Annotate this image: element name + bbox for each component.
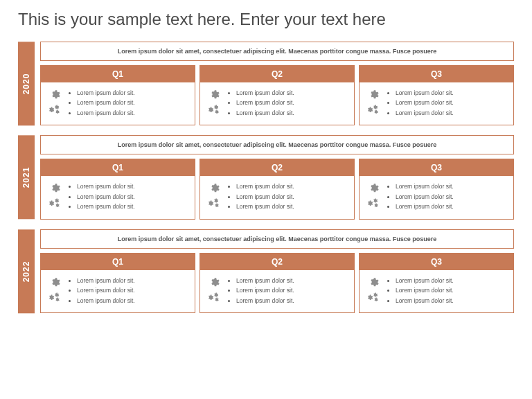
bullet-item: Lorem ipsum dolor sit.	[396, 181, 509, 191]
quarter-header: Q3	[360, 66, 513, 82]
quarter-body: Lorem ipsum dolor sit.Lorem ipsum dolor …	[200, 270, 354, 312]
bullet-item: Lorem ipsum dolor sit.	[77, 296, 190, 305]
year-block: 2020Lorem ipsum dolor sit amet, consecte…	[18, 42, 514, 125]
quarter-header: Q2	[200, 254, 354, 270]
quarter-body: Lorem ipsum dolor sit.Lorem ipsum dolor …	[41, 176, 195, 218]
quarter-cell: Q1 Lorem ipsum dolor sit.Lorem ipsum dol…	[40, 253, 195, 313]
quarter-body: Lorem ipsum dolor sit.Lorem ipsum dolor …	[360, 270, 513, 312]
year-summary: Lorem ipsum dolor sit amet, consectetuer…	[40, 135, 514, 154]
quarter-body: Lorem ipsum dolor sit.Lorem ipsum dolor …	[200, 176, 354, 218]
bullet-item: Lorem ipsum dolor sit.	[77, 88, 190, 98]
bullet-item: Lorem ipsum dolor sit.	[236, 98, 350, 107]
year-block: 2022Lorem ipsum dolor sit amet, consecte…	[18, 229, 514, 313]
quarter-body: Lorem ipsum dolor sit.Lorem ipsum dolor …	[41, 270, 195, 312]
bullet-list: Lorem ipsum dolor sit.Lorem ipsum dolor …	[74, 88, 190, 118]
bullet-item: Lorem ipsum dolor sit.	[396, 276, 509, 285]
bullet-item: Lorem ipsum dolor sit.	[77, 192, 190, 202]
icon-column	[364, 181, 383, 209]
year-tab: 2020	[18, 42, 35, 125]
icon-column	[45, 181, 64, 209]
bullet-item: Lorem ipsum dolor sit.	[396, 108, 509, 118]
gears-icon	[48, 104, 62, 115]
bullet-list: Lorem ipsum dolor sit.Lorem ipsum dolor …	[393, 88, 509, 118]
quarter-header: Q1	[41, 159, 195, 176]
gears-icon	[207, 104, 221, 115]
quarter-header: Q2	[200, 159, 354, 176]
year-block: 2021Lorem ipsum dolor sit amet, consecte…	[18, 135, 514, 219]
bullet-list: Lorem ipsum dolor sit.Lorem ipsum dolor …	[393, 276, 509, 305]
bullet-list: Lorem ipsum dolor sit.Lorem ipsum dolor …	[233, 88, 350, 118]
gear-icon	[209, 183, 220, 193]
quarter-cell: Q2 Lorem ipsum dolor sit.Lorem ipsum dol…	[200, 253, 355, 313]
quarters-row: Q1 Lorem ipsum dolor sit.Lorem ipsum dol…	[40, 253, 514, 313]
bullet-item: Lorem ipsum dolor sit.	[236, 285, 350, 295]
bullet-list: Lorem ipsum dolor sit.Lorem ipsum dolor …	[74, 181, 190, 211]
quarter-body: Lorem ipsum dolor sit.Lorem ipsum dolor …	[200, 82, 354, 125]
bullet-item: Lorem ipsum dolor sit.	[77, 108, 190, 118]
gear-icon	[369, 277, 379, 287]
bullet-item: Lorem ipsum dolor sit.	[77, 181, 190, 191]
year-tab: 2021	[18, 135, 35, 219]
bullet-list: Lorem ipsum dolor sit.Lorem ipsum dolor …	[233, 276, 350, 305]
year-content: Lorem ipsum dolor sit amet, consectetuer…	[40, 229, 514, 313]
bullet-item: Lorem ipsum dolor sit.	[236, 296, 350, 305]
bullet-item: Lorem ipsum dolor sit.	[396, 296, 509, 305]
bullet-item: Lorem ipsum dolor sit.	[396, 202, 509, 211]
quarters-row: Q1 Lorem ipsum dolor sit.Lorem ipsum dol…	[40, 65, 514, 125]
bullet-item: Lorem ipsum dolor sit.	[396, 192, 509, 202]
gears-icon	[366, 104, 380, 115]
bullet-item: Lorem ipsum dolor sit.	[236, 88, 350, 98]
gear-icon	[50, 89, 60, 100]
icon-column	[45, 276, 64, 303]
bullet-item: Lorem ipsum dolor sit.	[236, 108, 350, 118]
quarter-cell: Q1 Lorem ipsum dolor sit.Lorem ipsum dol…	[40, 159, 195, 219]
quarters-row: Q1 Lorem ipsum dolor sit.Lorem ipsum dol…	[40, 159, 514, 219]
gears-icon	[366, 197, 380, 209]
gears-icon	[48, 197, 62, 209]
bullet-item: Lorem ipsum dolor sit.	[77, 285, 190, 295]
bullet-item: Lorem ipsum dolor sit.	[77, 202, 190, 211]
gears-icon	[366, 292, 380, 303]
gear-icon	[50, 183, 60, 193]
year-content: Lorem ipsum dolor sit amet, consectetuer…	[40, 135, 514, 219]
bullet-item: Lorem ipsum dolor sit.	[396, 88, 509, 98]
gear-icon	[209, 277, 220, 287]
bullet-item: Lorem ipsum dolor sit.	[77, 98, 190, 107]
bullet-item: Lorem ipsum dolor sit.	[236, 202, 350, 211]
year-summary: Lorem ipsum dolor sit amet, consectetuer…	[40, 229, 514, 249]
bullet-item: Lorem ipsum dolor sit.	[236, 192, 350, 202]
icon-column	[204, 88, 224, 115]
icon-column	[45, 88, 64, 115]
quarter-body: Lorem ipsum dolor sit.Lorem ipsum dolor …	[360, 82, 513, 125]
quarter-body: Lorem ipsum dolor sit.Lorem ipsum dolor …	[360, 176, 513, 218]
gear-icon	[369, 89, 379, 100]
quarter-cell: Q3 Lorem ipsum dolor sit.Lorem ipsum dol…	[359, 253, 514, 313]
page-title: This is your sample text here. Enter you…	[18, 10, 514, 29]
bullet-item: Lorem ipsum dolor sit.	[236, 181, 350, 191]
icon-column	[364, 88, 383, 115]
year-tab: 2022	[18, 229, 35, 313]
icon-column	[364, 276, 383, 303]
gears-icon	[207, 292, 221, 303]
bullet-list: Lorem ipsum dolor sit.Lorem ipsum dolor …	[233, 181, 350, 211]
quarter-header: Q3	[360, 159, 513, 176]
icon-column	[204, 276, 224, 303]
gear-icon	[209, 89, 220, 100]
quarter-body: Lorem ipsum dolor sit.Lorem ipsum dolor …	[41, 82, 195, 125]
bullet-item: Lorem ipsum dolor sit.	[396, 98, 509, 107]
quarter-header: Q1	[41, 254, 195, 270]
bullet-item: Lorem ipsum dolor sit.	[77, 276, 190, 285]
bullet-list: Lorem ipsum dolor sit.Lorem ipsum dolor …	[74, 276, 190, 305]
gear-icon	[50, 277, 60, 287]
gear-icon	[369, 183, 379, 193]
icon-column	[204, 181, 224, 209]
gears-icon	[48, 292, 62, 303]
quarter-header: Q3	[360, 254, 513, 270]
year-content: Lorem ipsum dolor sit amet, consectetuer…	[40, 42, 514, 125]
quarter-cell: Q2 Lorem ipsum dolor sit.Lorem ipsum dol…	[200, 65, 355, 125]
quarter-header: Q2	[200, 66, 354, 82]
quarter-header: Q1	[41, 66, 195, 82]
bullet-list: Lorem ipsum dolor sit.Lorem ipsum dolor …	[393, 181, 509, 211]
bullet-item: Lorem ipsum dolor sit.	[236, 276, 350, 285]
quarter-cell: Q2 Lorem ipsum dolor sit.Lorem ipsum dol…	[200, 159, 355, 219]
